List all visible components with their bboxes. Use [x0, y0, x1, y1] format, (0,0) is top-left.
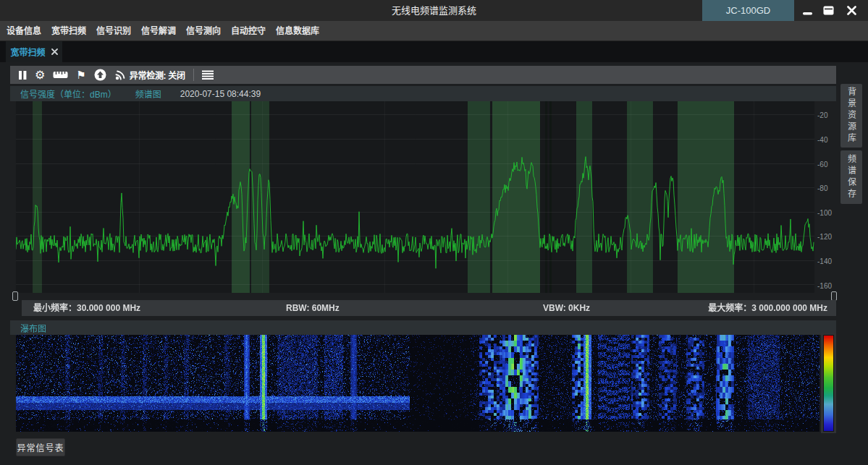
- y-tick: -100: [817, 209, 839, 217]
- anomaly-detect-toggle[interactable]: 异常检测: 关闭: [114, 66, 185, 84]
- menu-item-device-info[interactable]: 设备信息: [1, 21, 46, 41]
- hamburger-menu-icon: [202, 70, 214, 80]
- up-arrow-circle-icon: [94, 69, 106, 81]
- spectrum-subtitle: 频谱图: [135, 88, 161, 100]
- gear-icon: ⚙: [35, 66, 45, 84]
- spectrum-canvas[interactable]: [16, 101, 814, 293]
- y-tick: -60: [817, 161, 839, 168]
- anomaly-detect-label: 异常检测: 关闭: [130, 69, 185, 81]
- signal-waves-icon: [114, 69, 127, 81]
- y-tick: -120: [817, 233, 839, 241]
- title-bar: 无线电频谱监测系统 JC-100GD: [0, 0, 868, 21]
- close-icon: [847, 6, 856, 15]
- y-tick: -40: [817, 136, 839, 144]
- measure-button[interactable]: [53, 66, 68, 84]
- tab-label: 宽带扫频: [10, 46, 45, 58]
- rbw-value: RBW: 60MHz: [286, 300, 340, 316]
- freq-range-handle-left[interactable]: [12, 291, 18, 301]
- waterfall-panel-header: 瀑布图: [10, 320, 836, 335]
- vbw-value: VBW: 0KHz: [543, 300, 590, 316]
- y-tick: -80: [817, 184, 839, 192]
- menu-item-signal-identify[interactable]: 信号识别: [91, 21, 136, 41]
- marker-button[interactable]: ⚑: [76, 66, 85, 84]
- menu-item-info-database[interactable]: 信息数据库: [271, 21, 324, 41]
- minimize-button[interactable]: [799, 0, 817, 21]
- spectrum-chart-region: -20 -40 -60 -80 -100 -120 -140 -160: [0, 101, 868, 293]
- waterfall-title: 瀑布图: [20, 322, 46, 334]
- list-menu-button[interactable]: [202, 66, 214, 84]
- y-tick: -20: [817, 111, 839, 119]
- spectrum-toolbar: ⚙ ⚑ 异常检测: 关闭: [10, 66, 836, 84]
- maximize-icon: [823, 6, 834, 15]
- close-button[interactable]: [842, 0, 861, 21]
- spectrum-ylabel: 信号强度（单位：dBm）: [20, 88, 117, 100]
- ruler-icon: [53, 71, 68, 79]
- abnormal-signal-table-button[interactable]: 异常信号表: [16, 438, 65, 456]
- max-frequency-value: 最大频率：3 000.000 000 MHz: [708, 300, 827, 316]
- waterfall-canvas[interactable]: [16, 335, 819, 432]
- toolbar-separator: [193, 69, 194, 81]
- upload-button[interactable]: [94, 66, 106, 84]
- waterfall-colorbar: [823, 335, 834, 432]
- menu-item-direction-finding[interactable]: 信号测向: [181, 21, 226, 41]
- spectrum-timestamp: 2020-07-15 08:44:39: [180, 89, 261, 99]
- menu-item-signal-demod[interactable]: 信号解调: [136, 21, 181, 41]
- min-frequency-value: 最小频率：30.000 000 MHz: [33, 300, 140, 316]
- background-resource-library-button[interactable]: 背景资源库: [840, 84, 862, 148]
- spectrum-panel-header: 信号强度（单位：dBm） 频谱图 2020-07-15 08:44:39: [10, 86, 836, 101]
- settings-button[interactable]: ⚙: [35, 66, 45, 84]
- flag-icon: ⚑: [76, 66, 85, 84]
- tab-wideband-sweep[interactable]: 宽带扫频: [6, 41, 62, 62]
- pause-icon: [18, 70, 27, 80]
- y-tick: -140: [817, 257, 839, 265]
- menu-item-wideband-sweep[interactable]: 宽带扫频: [46, 21, 91, 41]
- menu-item-auto-guard[interactable]: 自动控守: [226, 21, 271, 41]
- tab-strip: 宽带扫频: [0, 41, 868, 62]
- frequency-status-bar: 最小频率：30.000 000 MHz RBW: 60MHz VBW: 0KHz…: [22, 300, 836, 316]
- tab-close-icon[interactable]: [51, 48, 58, 55]
- minimize-icon: [803, 7, 813, 15]
- y-tick: -160: [817, 282, 839, 290]
- menu-bar: 设备信息 宽带扫频 信号识别 信号解调 信号测向 自动控守 信息数据库: [0, 21, 868, 41]
- spectrum-save-button[interactable]: 频谱保存: [840, 150, 862, 204]
- device-badge: JC-100GD: [702, 0, 794, 21]
- maximize-button[interactable]: [819, 0, 838, 21]
- pause-button[interactable]: [18, 66, 27, 84]
